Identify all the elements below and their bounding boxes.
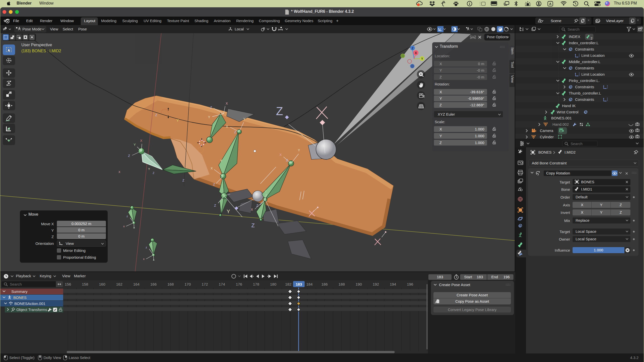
svg-text:Y: Y [265, 190, 267, 193]
svg-text:196: 196 [407, 282, 413, 286]
svg-text:Y: Y [243, 117, 246, 121]
svg-text:Y: Y [298, 148, 300, 152]
svg-text:x: x [143, 257, 145, 260]
svg-text:Z: Z [276, 105, 283, 118]
svg-text:Y: Y [134, 143, 136, 147]
svg-text:Y: Y [227, 209, 230, 214]
svg-text:Z: Z [286, 158, 288, 162]
svg-text:Z: Z [155, 113, 157, 117]
svg-text:180: 180 [270, 282, 276, 286]
svg-text:Z: Z [251, 222, 255, 229]
svg-text:Z: Z [153, 171, 154, 174]
svg-text:Z: Z [234, 130, 236, 134]
svg-text:190: 190 [355, 282, 362, 286]
svg-text:Y: Y [176, 118, 179, 122]
svg-text:186: 186 [321, 282, 328, 286]
svg-text:x: x [123, 225, 125, 228]
svg-text:A: A [549, 2, 552, 6]
svg-text:X: X [211, 166, 213, 170]
svg-text:Z: Z [214, 204, 216, 207]
svg-text:182: 182 [285, 282, 291, 286]
svg-text:174: 174 [219, 282, 225, 286]
svg-text:X: X [251, 208, 253, 211]
svg-text:z: z [127, 215, 128, 218]
svg-text:X: X [279, 153, 282, 157]
svg-text:Z: Z [182, 178, 184, 182]
svg-text:164: 164 [133, 282, 139, 286]
svg-text:166: 166 [150, 282, 156, 286]
svg-text:X: X [226, 102, 228, 105]
svg-text:Y: Y [208, 115, 210, 119]
svg-text:188: 188 [338, 282, 345, 286]
svg-text:X: X [415, 51, 417, 55]
svg-text:178: 178 [253, 282, 259, 286]
svg-text:172: 172 [202, 282, 208, 286]
svg-text:162: 162 [116, 282, 122, 286]
svg-text:Z: Z [210, 106, 212, 109]
svg-text:176: 176 [236, 282, 242, 286]
svg-text:192: 192 [373, 282, 379, 286]
svg-text:Y: Y [421, 57, 423, 61]
svg-text:158: 158 [82, 282, 88, 286]
svg-text:194: 194 [390, 282, 396, 286]
svg-text:Y: Y [220, 159, 222, 163]
svg-text:Y: Y [148, 167, 150, 170]
svg-text:X: X [118, 170, 120, 173]
svg-text:184: 184 [306, 282, 312, 286]
svg-text:156: 156 [65, 282, 71, 286]
svg-text:160: 160 [99, 282, 105, 286]
svg-text:183: 183 [296, 282, 302, 286]
svg-text:168: 168 [167, 282, 174, 286]
svg-text:170: 170 [184, 282, 191, 286]
svg-text:Z: Z [213, 183, 215, 186]
svg-text:X: X [140, 139, 142, 143]
svg-text:X: X [226, 125, 228, 128]
svg-text:z: z [146, 246, 147, 249]
svg-text:Z: Z [128, 154, 130, 158]
svg-text:Z: Z [412, 47, 413, 50]
